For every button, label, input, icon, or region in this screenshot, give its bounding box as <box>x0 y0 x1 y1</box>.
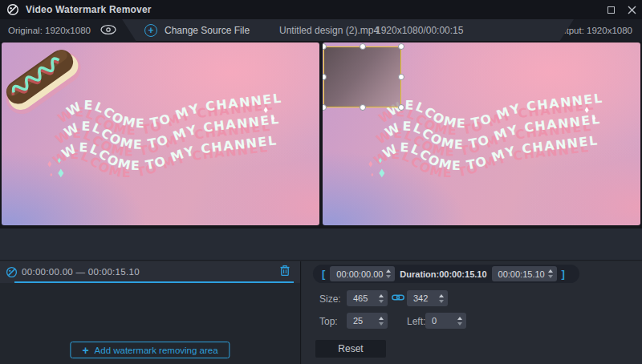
preview-original: WELCOME TO MY CHANNEL WELCOME TO MY CHAN… <box>0 42 319 229</box>
watermark-item-icon <box>6 266 18 278</box>
app-logo-icon <box>6 3 19 16</box>
original-resolution-label: Original: 1920x1080 <box>8 26 91 35</box>
output-resolution-badge: Output: 1920x1080 <box>506 19 642 42</box>
top-label: Top: <box>319 316 338 327</box>
source-filename: Untitled design (2).mp4 <box>279 19 379 42</box>
source-fileinfo: 1920x1080/00:00:15 <box>376 19 463 42</box>
duration-label: Duration:00:00:15.10 <box>400 269 486 279</box>
top-spinner[interactable] <box>379 317 388 326</box>
add-area-label: Add watermark removing area <box>95 346 218 355</box>
height-input[interactable]: 342 <box>407 290 448 306</box>
preview-area: WELCOME TO MY CHANNEL WELCOME TO MY CHAN… <box>0 42 642 229</box>
output-resolution-label: Output: 1920x1080 <box>554 26 632 35</box>
properties-panel: [ 00:00:00.00 Duration:00:00:15.10 00:00… <box>302 261 642 364</box>
titlebar: Video Watermark Remover <box>0 0 642 19</box>
maximize-button[interactable] <box>600 0 621 19</box>
selection-handle-n[interactable] <box>360 43 366 50</box>
preview-toggle-button[interactable] <box>98 22 119 38</box>
maximize-icon <box>607 6 615 14</box>
range-open-bracket[interactable]: [ <box>322 268 325 280</box>
add-watermark-area-button[interactable]: + Add watermark removing area <box>70 342 230 358</box>
watermark-area-row[interactable]: 00:00:00.00 — 00:00:15.10 <box>0 261 300 283</box>
width-input[interactable]: 465 <box>347 290 388 306</box>
transport-bar: 00:00:03.17/00:00:15.10 <box>0 229 642 261</box>
left-label: Left: <box>407 316 425 327</box>
add-source-icon[interactable]: + <box>144 24 157 37</box>
preview-output: WELCOME TO MY CHANNEL WELCOME TO MY CHAN… <box>323 42 642 229</box>
bottom-panels: 00:00:00.00 — 00:00:15.10 + Add watermar… <box>0 261 642 364</box>
width-spinner[interactable] <box>379 294 388 303</box>
change-source-file-button[interactable]: Change Source File <box>165 19 250 42</box>
selection-handle-ne[interactable] <box>398 43 404 50</box>
start-time-spinner[interactable] <box>386 269 395 278</box>
watermark-text: WELCOME TO MY CHANNEL WELCOME TO MY CHAN… <box>51 91 283 180</box>
end-time-spinner[interactable] <box>548 269 557 278</box>
left-input[interactable]: 0 <box>425 313 466 329</box>
watermark-area-panel: 00:00:00.00 — 00:00:15.10 + Add watermar… <box>0 261 301 364</box>
watermark-selection-box[interactable] <box>323 47 401 107</box>
close-icon <box>628 6 636 14</box>
lock-aspect-button[interactable] <box>392 293 404 304</box>
selected-row-indicator <box>14 281 294 283</box>
eye-icon <box>100 24 117 35</box>
watermark-text: WELCOME TO MY CHANNEL WELCOME TO MY CHAN… <box>372 91 604 180</box>
app-title: Video Watermark Remover <box>26 4 152 15</box>
toolbar: Original: 1920x1080 + Change Source File… <box>0 19 642 42</box>
size-label: Size: <box>319 293 341 305</box>
output-video-frame: WELCOME TO MY CHANNEL WELCOME TO MY CHAN… <box>323 42 640 225</box>
watermark-time-range: 00:00:00.00 — 00:00:15.10 <box>22 261 140 281</box>
selection-handle-se[interactable] <box>398 104 404 111</box>
selection-handle-w[interactable] <box>323 74 327 80</box>
close-button[interactable] <box>621 0 642 19</box>
link-icon <box>392 293 404 302</box>
original-video-art: WELCOME TO MY CHANNEL WELCOME TO MY CHAN… <box>2 42 319 225</box>
selection-handle-nw[interactable] <box>323 43 327 50</box>
trash-icon <box>279 265 291 277</box>
plus-icon: + <box>82 345 88 356</box>
original-video-frame: WELCOME TO MY CHANNEL WELCOME TO MY CHAN… <box>2 42 319 225</box>
reset-button[interactable]: Reset <box>315 340 386 358</box>
selection-handle-s[interactable] <box>360 104 366 111</box>
range-close-bracket[interactable]: ] <box>562 268 565 280</box>
top-input[interactable]: 25 <box>347 313 388 329</box>
left-spinner[interactable] <box>457 317 466 326</box>
app-window: Video Watermark Remover Original: 1920x1… <box>0 0 642 364</box>
start-time-input[interactable]: 00:00:00.00 <box>330 266 395 281</box>
end-time-input[interactable]: 00:00:15.10 <box>492 266 557 281</box>
height-spinner[interactable] <box>439 294 448 303</box>
selection-handle-e[interactable] <box>398 74 404 80</box>
delete-area-button[interactable] <box>278 265 292 279</box>
time-range-controls: [ 00:00:00.00 Duration:00:00:15.10 00:00… <box>313 265 579 283</box>
